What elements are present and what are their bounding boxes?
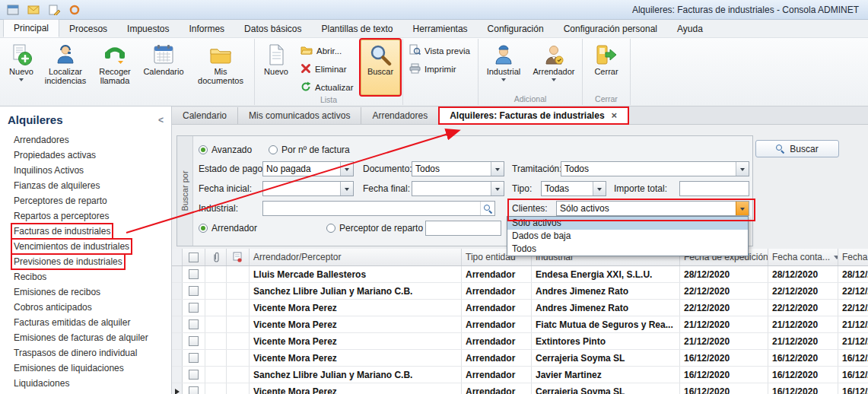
document-tab[interactable]: Mis comunicados activos × [238,107,361,124]
sidebar-item[interactable]: Propiedades activas [0,148,171,163]
table-row[interactable]: Vicente Mora Perez Arrendador Cerrajeria… [172,383,868,394]
perceptor-input[interactable] [425,221,501,236]
sidebar-item[interactable]: Emisiones de recibos [0,284,171,300]
radio-perceptor[interactable]: Perceptor de reparto [326,221,423,236]
table-row[interactable]: Vicente Mora Perez Arrendador Extintores… [172,333,868,350]
radio-circle[interactable] [269,145,278,154]
close-icon[interactable]: × [612,107,618,124]
nuevo-button[interactable]: Nuevo [4,40,39,94]
abrir-button[interactable]: Abrir... [297,43,359,59]
radio-avanzado[interactable]: Avanzado [199,142,252,157]
row-selector[interactable] [172,300,183,316]
row-selector[interactable] [172,383,183,394]
row-checkbox-cell[interactable] [183,333,205,349]
attachment-column-header[interactable] [205,249,227,265]
chevron-down-icon[interactable] [593,182,606,195]
ribbon-tab[interactable]: Plantillas de texto [311,21,402,37]
fecha-inicial-select[interactable] [262,181,354,196]
table-row[interactable]: Vicente Mora Perez Arrendador Andres Jim… [172,300,868,316]
row-checkbox[interactable] [189,286,199,296]
clientes-select[interactable]: Sólo activos [556,201,749,216]
dropdown-option[interactable]: Sólo activos [507,217,748,230]
ribbon-tab[interactable]: Configuración [478,21,554,37]
radio-por-numero[interactable]: Por nº de factura [269,142,350,157]
sidebar-item[interactable]: Fianzas de alquileres [0,178,171,193]
row-checkbox-cell[interactable] [183,316,205,332]
sidebar-item[interactable]: Facturas emitidas de alquiler [0,315,171,330]
lista-nuevo-button[interactable]: Nuevo [257,40,295,95]
row-checkbox-cell[interactable] [183,283,205,299]
estado-pago-select[interactable]: No pagada [262,161,354,176]
table-row[interactable]: Vicente Mora Perez Arrendador Fiatc Mutu… [172,316,868,333]
eliminar-button[interactable]: Eliminar [297,61,359,77]
sidebar-collapse-button[interactable]: < [158,115,164,126]
ribbon-tab[interactable]: Ayuda [667,21,713,37]
sidebar-item[interactable]: Emisiones de facturas de alquiler [0,330,171,345]
row-checkbox[interactable] [189,319,199,329]
chevron-down-icon[interactable] [340,182,353,195]
notes-edit-icon[interactable] [46,2,62,17]
table-row[interactable]: Vicente Mora Perez Arrendador Cerrajeria… [172,350,868,367]
sidebar-item[interactable]: Emisiones de liquidaciones [0,361,171,376]
sidebar-item[interactable]: Arrendadores [0,132,171,148]
column-header-fecha[interactable]: Fecha... [838,249,868,265]
table-row[interactable]: Sanchez Llibre Julian y Mariano C.B. Arr… [172,367,868,383]
row-checkbox[interactable] [189,303,199,313]
row-selector[interactable] [172,316,183,332]
row-selector[interactable] [172,350,183,366]
search-icon[interactable] [480,202,494,215]
sidebar-item[interactable]: Previsiones de industriales [0,254,171,269]
buscar-filter-button[interactable]: Buscar [755,140,839,157]
select-all-checkbox[interactable] [189,253,199,262]
sidebar-item[interactable]: Liquidaciones [0,376,171,391]
calendario-button[interactable]: Calendario [139,40,188,94]
sidebar-item[interactable]: Cobros anticipados [0,300,171,315]
localizar-incidencias-button[interactable]: Localizar incidencias [40,40,91,94]
industrial-input[interactable] [262,201,495,216]
ribbon-tab[interactable]: Configuración personal [554,21,667,37]
window-icon[interactable] [5,2,21,17]
chevron-down-icon[interactable] [491,162,504,176]
cerrar-button[interactable]: Cerrar [585,40,628,94]
sidebar-item[interactable]: Facturas de industriales [0,224,171,239]
row-checkbox[interactable] [189,353,199,363]
radio-circle[interactable] [326,224,335,233]
ribbon-tab[interactable]: Herramientas [403,21,478,37]
column-header-fecha-conta[interactable]: Fecha conta... [768,249,838,265]
select-all-header[interactable] [183,249,205,265]
buscar-button[interactable]: Buscar [361,40,400,95]
radio-arrendador[interactable]: Arrendador [199,221,257,236]
sidebar-item[interactable]: Perceptores de reparto [0,193,171,208]
imprimir-button[interactable]: Imprimir [405,61,475,77]
row-selector[interactable] [172,283,183,299]
ribbon-tab[interactable]: Impuestos [117,21,179,37]
row-checkbox-cell[interactable] [183,300,205,316]
column-header-arrendador[interactable]: Arrendador/Perceptor [250,249,462,265]
table-row[interactable]: Sanchez Llibre Julian y Mariano C.B. Arr… [172,283,868,300]
row-checkbox[interactable] [189,370,199,380]
recoger-llamada-button[interactable]: Recoger llamada [92,40,138,94]
document-tab[interactable]: Calendario × [172,107,238,124]
table-row[interactable]: Lluis Mercade Ballesteros Arrendador End… [172,266,868,283]
chevron-down-icon[interactable] [736,202,749,215]
row-checkbox[interactable] [189,386,199,394]
mail-icon[interactable] [25,2,42,17]
sidebar-item[interactable]: Recibos [0,269,171,284]
dropdown-option[interactable]: Todos [507,243,748,256]
row-checkbox-cell[interactable] [183,266,205,282]
chevron-down-icon[interactable] [340,162,353,176]
support-ring-icon[interactable] [66,2,83,17]
row-checkbox[interactable] [189,269,199,279]
row-selector[interactable] [172,333,183,349]
mis-documentos-button[interactable]: Mis documentos [189,40,252,94]
radio-circle-selected[interactable] [199,145,208,154]
sidebar-item[interactable]: Vencimientos de industriales [0,239,171,254]
document-column-header[interactable] [227,249,250,265]
row-checkbox-cell[interactable] [183,350,205,366]
ribbon-tab[interactable]: Datos básicos [234,21,311,37]
document-tab[interactable]: Alquileres: Facturas de industriales × [439,107,628,124]
radio-circle-selected[interactable] [199,224,208,233]
documento-select[interactable]: Todos [412,161,504,176]
importe-total-input[interactable] [679,181,749,196]
tipo-select[interactable]: Todas [541,181,606,196]
